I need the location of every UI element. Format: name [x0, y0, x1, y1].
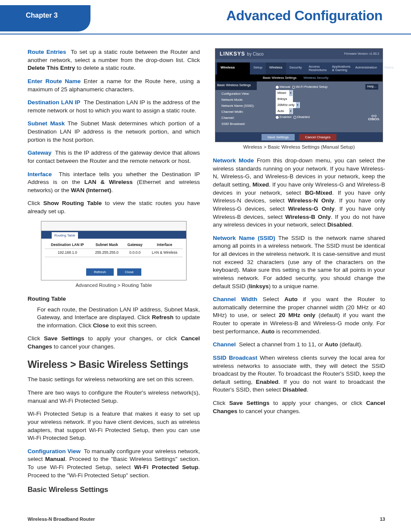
figure-wireless-settings-caption: Wireless > Basic Wireless Settings (Manu…	[213, 144, 385, 151]
firmware-label: Firmware Version: v1.00.3	[344, 52, 379, 56]
label-network-mode: Network Mode	[213, 157, 254, 164]
save-settings-button[interactable]: Save Settings	[262, 134, 295, 140]
refresh-button[interactable]: Refresh	[86, 268, 114, 276]
para-ssid: Network Name (SSID) The SSID is the netw…	[213, 234, 385, 290]
para-basic-1: The basic settings for wireless networki…	[28, 376, 200, 384]
page-title: Advanced Configuration	[226, 6, 383, 25]
para-dest-lan-ip: Destination LAN IP The Destination LAN I…	[28, 99, 200, 115]
tab-wireless-left[interactable]: Wireless	[217, 62, 250, 75]
routing-table: Destination LAN IP Subnet Mask Gateway I…	[45, 241, 183, 257]
sub-tabs: Basic Wireless Settings Wireless Securit…	[215, 75, 383, 81]
figure-wireless-settings: LINKSYS by Cisco Firmware Version: v1.00…	[215, 48, 383, 142]
brand-logo: LINKSYS by Cisco	[220, 50, 264, 58]
tab-setup[interactable]: Setup	[250, 62, 266, 75]
para-basic-2: There are two ways to configure the Rout…	[28, 389, 200, 405]
label-gateway: Gateway	[28, 149, 52, 156]
para-ssid-broadcast: SSID Broadcast When wireless clients sur…	[213, 354, 385, 394]
tab-security[interactable]: Security	[286, 62, 305, 75]
tab-access[interactable]: Access Restrictions	[305, 62, 328, 75]
figure-routing-table: Routing Table Destination LAN IP Subnet …	[41, 221, 187, 281]
label-channel-width: Channel Width	[213, 296, 257, 302]
cisco-logo: ı|ıı|ıCISCO.	[368, 114, 380, 121]
subtab-security[interactable]: Wireless Security	[303, 76, 328, 80]
label-ssid-broadcast: SSID Broadcast	[213, 355, 257, 361]
table-row: 192.168.1.0 255.255.255.0 0.0.0.0 LAN & …	[45, 249, 183, 257]
label-interface: Interface	[28, 171, 52, 177]
tab-status[interactable]: Status	[380, 62, 397, 75]
label-subnet-mask: Subnet Mask	[28, 120, 65, 127]
label-route-entries: Route Entries	[28, 49, 66, 55]
radio-ssid-disabled[interactable]	[293, 116, 296, 119]
para-channel: Channel Select a channel from 1 to 11, o…	[213, 341, 385, 349]
side-heading: Basic Wireless Settings	[215, 81, 257, 90]
para-basic-3: Wi-Fi Protected Setup is a feature that …	[28, 410, 200, 442]
select-channel-width[interactable]: 20MHz only	[276, 102, 300, 108]
radio-wps[interactable]	[292, 86, 295, 89]
figure-routing-table-caption: Advanced Routing > Routing Table	[28, 282, 200, 289]
cancel-changes-button[interactable]: Cancel Changes	[299, 134, 336, 140]
para-gateway: Gateway This is the IP address of the ga…	[28, 149, 200, 165]
page-body: Route Entries To set up a static route b…	[0, 34, 411, 513]
heading-routing-table: Routing Table	[28, 295, 200, 303]
select-network-mode[interactable]: Mixed	[276, 90, 293, 96]
chapter-tab: Chapter 3	[0, 5, 90, 31]
close-button[interactable]: Close	[117, 268, 141, 276]
col-gateway: Gateway	[124, 241, 146, 249]
para-routing-table: For each route, the Destination LAN IP a…	[28, 306, 200, 330]
label-ssid: Network Name (SSID)	[213, 235, 275, 241]
page-header: Chapter 3 Advanced Configuration	[0, 0, 411, 34]
para-interface: Interface This interface tells you wheth…	[28, 171, 200, 195]
page-number: 13	[380, 516, 385, 523]
page-footer: Wireless-N Broadband Router 13	[28, 516, 385, 523]
label-enter-route-name: Enter Route Name	[28, 78, 81, 84]
col-interface: Interface	[146, 241, 183, 249]
para-subnet-mask: Subnet Mask The Subnet Mask determines w…	[28, 120, 200, 144]
radio-ssid-enabled[interactable]	[276, 116, 279, 119]
para-save-2: Click Save Settings to apply your change…	[213, 399, 385, 415]
label-config-view: Configuration View	[28, 448, 81, 454]
col-subnet: Subnet Mask	[90, 241, 124, 249]
para-enter-route-name: Enter Route Name Enter a name for the Ro…	[28, 78, 200, 93]
field-values: Manual Wi-Fi Protected Setup Mixed links…	[276, 84, 327, 120]
select-channel[interactable]: Auto	[276, 108, 293, 114]
para-network-mode: Network Mode From this drop-down menu, y…	[213, 157, 385, 229]
tab-admin[interactable]: Administration	[352, 62, 380, 75]
label-dest-lan-ip: Destination LAN IP	[28, 99, 80, 106]
product-name: Wireless-N Broadband Router	[28, 516, 95, 523]
radio-manual[interactable]	[276, 86, 279, 89]
para-channel-width: Channel Width Select Auto if you want th…	[213, 296, 385, 336]
para-config-view: Configuration View To manually configure…	[28, 448, 200, 480]
heading-wireless-basic: Wireless > Basic Wireless Settings	[28, 358, 200, 372]
col-destination: Destination LAN IP	[45, 241, 90, 249]
input-ssid[interactable]: linksys	[276, 96, 293, 102]
routing-table-tab: Routing Table	[52, 232, 78, 239]
label-channel: Channel	[213, 341, 236, 348]
para-save-1: Click Save Settings to apply your change…	[28, 335, 200, 351]
field-labels: Configuration View: Network Mode: Networ…	[221, 91, 254, 127]
para-show-routing-table: Click Show Routing Table to view the sta…	[28, 199, 200, 215]
help-link[interactable]: Help...	[365, 84, 378, 89]
tab-wireless[interactable]: Wireless	[266, 62, 286, 75]
heading-basic-wireless-settings: Basic Wireless Settings	[28, 485, 200, 495]
subtab-basic[interactable]: Basic Wireless Settings	[263, 76, 296, 80]
main-tabs: Wireless Setup Wireless Security Access …	[215, 62, 383, 75]
tab-apps[interactable]: Applications & Gaming	[328, 62, 352, 75]
para-route-entries: Route Entries To set up a static route b…	[28, 48, 200, 72]
